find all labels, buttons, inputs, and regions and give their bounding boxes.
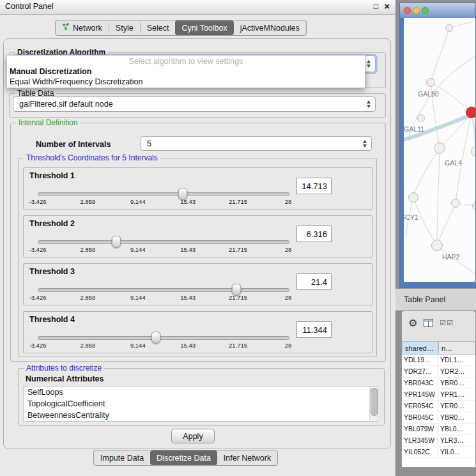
table-row[interactable]: YDR27…YDR2… [402,366,475,378]
tab-select[interactable]: Select [141,20,176,35]
network-node[interactable] [451,199,460,208]
threshold-value-field[interactable]: 11.344 [296,321,332,338]
close-traffic-light-icon[interactable] [404,7,411,14]
network-node[interactable] [426,78,435,87]
threshold-slider[interactable] [38,192,289,196]
table-panel-window: ⚙ ☑☑ shared… n… YDL19…YDL1…YDR27…YDR2…YB… [401,311,476,468]
tab-network[interactable]: Network [56,20,109,35]
network-node[interactable] [408,192,418,203]
zoom-traffic-light-icon[interactable] [422,7,429,14]
table-cell[interactable]: YPR1… [438,389,475,400]
application-root: Control Panel □ × Network Style Selec [0,0,476,476]
control-panel-titlebar: Control Panel □ × [0,0,395,15]
float-icon[interactable]: □ [374,2,378,11]
threshold-panel-1: Threshold 1 -3.426 2.859 9.144 15.43 21.… [23,167,372,210]
network-node[interactable] [466,107,475,118]
threshold-label: Threshold 2 [29,219,75,228]
table-cell[interactable]: YDR27… [402,366,438,377]
network-node[interactable] [431,240,443,251]
scale-tick-label: -3.426 [29,294,47,301]
threshold-value-field[interactable]: 6.316 [296,226,332,242]
table-cell[interactable]: YPR145W [402,389,438,400]
threshold-slider[interactable] [38,288,289,292]
column-header-shared-name[interactable]: shared… [402,341,438,355]
apply-button[interactable]: Apply [171,429,215,443]
tab-infer-network[interactable]: Infer Network [217,450,277,465]
dropdown-option-manual-discretization[interactable]: Manual Discretization [7,66,365,77]
scale-tick-label: 9.144 [130,342,146,349]
group-title: Threshold's Coordinates for 5 Intervals [24,153,160,162]
scrollbar-thumb[interactable] [371,388,378,416]
table-cell[interactable]: YBR0… [438,378,475,388]
threshold-slider[interactable] [38,336,289,340]
threshold-value-field[interactable]: 21.4 [296,273,332,290]
table-cell[interactable]: YIL0… [438,447,475,457]
threshold-panel-2: Threshold 2 -3.426 2.859 9.144 15.43 21.… [23,215,372,257]
node-table-body[interactable]: YDL19…YDL1…YDR27…YDR2…YBR043CYBR0…YPR145… [402,355,475,467]
gear-icon[interactable]: ⚙ [408,317,417,329]
threshold-label: Threshold 1 [29,171,75,180]
numerical-attributes-list[interactable]: SelfLoopsTopologicalCoefficientBetweenne… [23,386,378,422]
tab-style[interactable]: Style [109,20,140,35]
table-row[interactable]: YBR045CYBR0… [402,412,475,424]
table-cell[interactable]: YDR2… [438,366,475,377]
dropdown-placeholder-row: Select algorithm to view settings [7,56,365,66]
threshold-value-field[interactable]: 14.713 [296,178,332,194]
attribute-list-item[interactable]: BetweennessCentrality [24,410,378,421]
columns-icon[interactable] [424,319,433,327]
table-cell[interactable]: YLR3… [438,435,475,446]
list-scrollbar[interactable] [369,387,378,421]
close-icon[interactable]: × [384,1,390,12]
table-row[interactable]: YBR043CYBR0… [402,378,475,389]
table-row[interactable]: YLR345WYLR3… [402,435,475,447]
table-cell[interactable]: YLR345W [402,435,438,446]
tab-jactivemnodules[interactable]: jActiveMNodules [234,20,306,35]
threshold-slider[interactable] [38,240,289,244]
scale-tick-label: 28 [285,246,292,253]
table-cell[interactable]: YBL0… [438,424,475,434]
column-header-name[interactable]: n… [438,341,475,355]
network-node-label: GAL11 [404,125,424,133]
tab-cyni-toolbox[interactable]: Cyni Toolbox [175,20,233,35]
spinner-arrows-icon[interactable] [367,60,371,68]
table-row[interactable]: YBL079WYBL0… [402,424,475,435]
table-cell[interactable]: YBR0… [438,412,475,423]
table-cell[interactable]: YER0… [438,401,475,411]
scale-tick-label: 21.715 [229,246,247,253]
scale-tick-label: 2.859 [81,198,96,205]
network-node[interactable] [434,142,445,154]
scale-tick-label: 9.144 [130,294,146,301]
table-cell[interactable]: YBR043C [402,378,438,388]
network-window-titlebar[interactable] [400,3,475,19]
table-row[interactable]: YER054CYER0… [402,401,475,412]
table-row[interactable]: YPR145WYPR1… [402,389,475,401]
attribute-list-item[interactable]: TopologicalCoefficient [24,398,378,410]
network-canvas[interactable]: GAL80GAL11GAL4GCY1HAP2 [400,18,475,288]
minimize-traffic-light-icon[interactable] [413,7,420,14]
dropdown-option-equal-width-frequency[interactable]: Equal Width/Frequency Discretization [7,77,365,87]
network-view-window: GAL80GAL11GAL4GCY1HAP2 [399,3,476,288]
group-title: Attributes to discretize [24,364,104,372]
table-cell[interactable]: YIL052C [402,447,438,457]
tab-impute-data[interactable]: Impute Data [94,450,150,465]
network-node[interactable] [417,114,425,122]
spinner-arrows-icon[interactable] [367,100,371,108]
table-cell[interactable]: YBL079W [402,424,438,434]
network-node-label: GAL4 [445,159,462,167]
table-cell[interactable]: YBR045C [402,412,438,423]
table-row[interactable]: YIL052CYIL0… [402,447,475,458]
attribute-list-item[interactable]: SelfLoops [24,387,378,398]
select-columns-checkbox-icons[interactable]: ☑☑ [440,319,454,327]
table-cell[interactable]: YDL1… [438,355,475,365]
tab-discretize-data[interactable]: Discretize Data [150,450,217,465]
table-panel-title: Table Panel [404,295,445,304]
table-cell[interactable]: YDL19… [402,355,438,365]
spinner-arrows-icon[interactable] [363,140,367,148]
table-row[interactable]: YDL19…YDL1… [402,355,475,366]
table-cell[interactable]: YER054C [402,401,438,411]
network-node[interactable] [445,24,453,32]
number-of-intervals-combobox[interactable]: 5 [141,136,372,151]
slider-scale: -3.426 2.859 9.144 15.43 21.715 28 [38,294,288,302]
scale-tick-label: -3.426 [29,246,47,253]
table-data-combobox[interactable]: galFiltered.sif default node [13,96,376,112]
